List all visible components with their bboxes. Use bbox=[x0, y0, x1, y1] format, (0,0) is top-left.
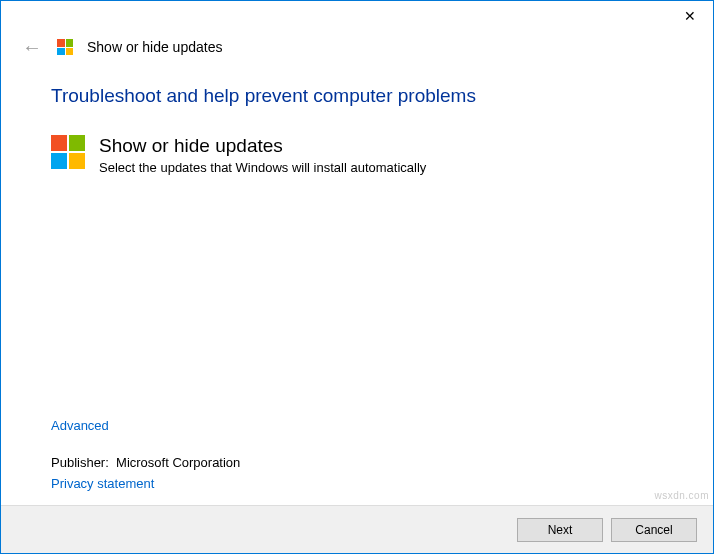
troubleshooter-description: Select the updates that Windows will ins… bbox=[99, 160, 426, 175]
troubleshooter-title: Show or hide updates bbox=[99, 135, 426, 158]
button-bar: Next Cancel bbox=[1, 505, 713, 553]
microsoft-logo-icon bbox=[51, 135, 85, 169]
titlebar: ✕ bbox=[1, 1, 713, 31]
wizard-header: ← Show or hide updates bbox=[1, 31, 713, 75]
publisher-label: Publisher: bbox=[51, 455, 116, 470]
microsoft-logo-icon bbox=[57, 39, 73, 55]
cancel-button[interactable]: Cancel bbox=[611, 518, 697, 542]
page-heading: Troubleshoot and help prevent computer p… bbox=[51, 85, 663, 107]
close-icon: ✕ bbox=[684, 8, 696, 24]
troubleshooter-window: ✕ ← Show or hide updates Troubleshoot an… bbox=[0, 0, 714, 554]
close-button[interactable]: ✕ bbox=[667, 1, 713, 31]
publisher-row: Publisher:Microsoft Corporation bbox=[51, 455, 663, 470]
privacy-statement-link[interactable]: Privacy statement bbox=[51, 476, 154, 491]
troubleshooter-item[interactable]: Show or hide updates Select the updates … bbox=[51, 135, 663, 175]
content-area: Troubleshoot and help prevent computer p… bbox=[1, 75, 713, 505]
links-block: Advanced Publisher:Microsoft Corporation… bbox=[51, 418, 663, 505]
publisher-value: Microsoft Corporation bbox=[116, 455, 240, 470]
troubleshooter-text: Show or hide updates Select the updates … bbox=[99, 135, 426, 175]
watermark: wsxdn.com bbox=[654, 490, 709, 501]
next-button[interactable]: Next bbox=[517, 518, 603, 542]
wizard-title: Show or hide updates bbox=[87, 39, 222, 55]
back-arrow-icon: ← bbox=[21, 37, 43, 57]
advanced-link[interactable]: Advanced bbox=[51, 418, 109, 433]
